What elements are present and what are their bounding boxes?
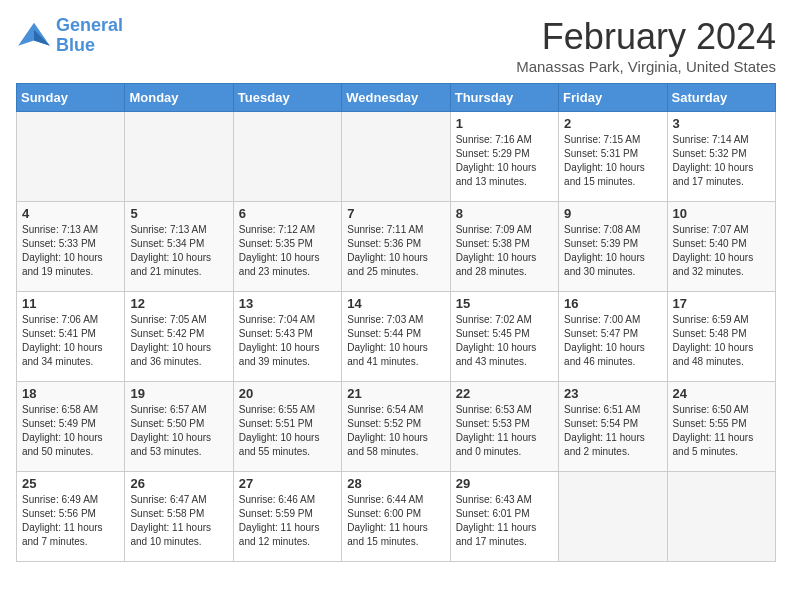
calendar-cell: 2Sunrise: 7:15 AM Sunset: 5:31 PM Daylig…: [559, 112, 667, 202]
day-number: 23: [564, 386, 661, 401]
calendar-cell: 29Sunrise: 6:43 AM Sunset: 6:01 PM Dayli…: [450, 472, 558, 562]
day-info: Sunrise: 7:02 AM Sunset: 5:45 PM Dayligh…: [456, 313, 553, 369]
calendar-cell: 21Sunrise: 6:54 AM Sunset: 5:52 PM Dayli…: [342, 382, 450, 472]
day-info: Sunrise: 6:47 AM Sunset: 5:58 PM Dayligh…: [130, 493, 227, 549]
calendar-cell: 24Sunrise: 6:50 AM Sunset: 5:55 PM Dayli…: [667, 382, 775, 472]
day-number: 8: [456, 206, 553, 221]
month-title: February 2024: [516, 16, 776, 58]
header-tuesday: Tuesday: [233, 84, 341, 112]
calendar-cell: 10Sunrise: 7:07 AM Sunset: 5:40 PM Dayli…: [667, 202, 775, 292]
week-row-3: 11Sunrise: 7:06 AM Sunset: 5:41 PM Dayli…: [17, 292, 776, 382]
day-info: Sunrise: 6:44 AM Sunset: 6:00 PM Dayligh…: [347, 493, 444, 549]
day-info: Sunrise: 7:05 AM Sunset: 5:42 PM Dayligh…: [130, 313, 227, 369]
day-info: Sunrise: 6:59 AM Sunset: 5:48 PM Dayligh…: [673, 313, 770, 369]
day-info: Sunrise: 7:16 AM Sunset: 5:29 PM Dayligh…: [456, 133, 553, 189]
calendar-cell: 1Sunrise: 7:16 AM Sunset: 5:29 PM Daylig…: [450, 112, 558, 202]
day-number: 26: [130, 476, 227, 491]
day-number: 15: [456, 296, 553, 311]
calendar-cell: 23Sunrise: 6:51 AM Sunset: 5:54 PM Dayli…: [559, 382, 667, 472]
logo: General Blue: [16, 16, 123, 56]
calendar-cell: [125, 112, 233, 202]
day-info: Sunrise: 6:50 AM Sunset: 5:55 PM Dayligh…: [673, 403, 770, 459]
calendar-cell: 28Sunrise: 6:44 AM Sunset: 6:00 PM Dayli…: [342, 472, 450, 562]
day-info: Sunrise: 6:54 AM Sunset: 5:52 PM Dayligh…: [347, 403, 444, 459]
header-sunday: Sunday: [17, 84, 125, 112]
logo-text: General Blue: [56, 16, 123, 56]
day-info: Sunrise: 6:49 AM Sunset: 5:56 PM Dayligh…: [22, 493, 119, 549]
calendar-cell: 4Sunrise: 7:13 AM Sunset: 5:33 PM Daylig…: [17, 202, 125, 292]
header-wednesday: Wednesday: [342, 84, 450, 112]
day-info: Sunrise: 6:46 AM Sunset: 5:59 PM Dayligh…: [239, 493, 336, 549]
logo-icon: [16, 21, 52, 51]
day-number: 25: [22, 476, 119, 491]
day-info: Sunrise: 6:43 AM Sunset: 6:01 PM Dayligh…: [456, 493, 553, 549]
header-friday: Friday: [559, 84, 667, 112]
day-info: Sunrise: 6:57 AM Sunset: 5:50 PM Dayligh…: [130, 403, 227, 459]
day-number: 7: [347, 206, 444, 221]
calendar-cell: 17Sunrise: 6:59 AM Sunset: 5:48 PM Dayli…: [667, 292, 775, 382]
calendar-cell: 15Sunrise: 7:02 AM Sunset: 5:45 PM Dayli…: [450, 292, 558, 382]
day-number: 2: [564, 116, 661, 131]
calendar-cell: 3Sunrise: 7:14 AM Sunset: 5:32 PM Daylig…: [667, 112, 775, 202]
header-saturday: Saturday: [667, 84, 775, 112]
day-number: 20: [239, 386, 336, 401]
day-number: 17: [673, 296, 770, 311]
header-monday: Monday: [125, 84, 233, 112]
day-info: Sunrise: 7:14 AM Sunset: 5:32 PM Dayligh…: [673, 133, 770, 189]
calendar-cell: 18Sunrise: 6:58 AM Sunset: 5:49 PM Dayli…: [17, 382, 125, 472]
day-info: Sunrise: 7:06 AM Sunset: 5:41 PM Dayligh…: [22, 313, 119, 369]
day-info: Sunrise: 6:55 AM Sunset: 5:51 PM Dayligh…: [239, 403, 336, 459]
page-header: General Blue February 2024 Manassas Park…: [16, 16, 776, 75]
header-thursday: Thursday: [450, 84, 558, 112]
day-info: Sunrise: 7:12 AM Sunset: 5:35 PM Dayligh…: [239, 223, 336, 279]
day-info: Sunrise: 7:00 AM Sunset: 5:47 PM Dayligh…: [564, 313, 661, 369]
day-number: 5: [130, 206, 227, 221]
calendar-cell: 20Sunrise: 6:55 AM Sunset: 5:51 PM Dayli…: [233, 382, 341, 472]
calendar-cell: 11Sunrise: 7:06 AM Sunset: 5:41 PM Dayli…: [17, 292, 125, 382]
day-info: Sunrise: 7:04 AM Sunset: 5:43 PM Dayligh…: [239, 313, 336, 369]
day-number: 18: [22, 386, 119, 401]
location: Manassas Park, Virginia, United States: [516, 58, 776, 75]
day-number: 12: [130, 296, 227, 311]
day-info: Sunrise: 7:09 AM Sunset: 5:38 PM Dayligh…: [456, 223, 553, 279]
day-info: Sunrise: 7:11 AM Sunset: 5:36 PM Dayligh…: [347, 223, 444, 279]
week-row-5: 25Sunrise: 6:49 AM Sunset: 5:56 PM Dayli…: [17, 472, 776, 562]
calendar-cell: [17, 112, 125, 202]
calendar-cell: 5Sunrise: 7:13 AM Sunset: 5:34 PM Daylig…: [125, 202, 233, 292]
calendar-cell: 7Sunrise: 7:11 AM Sunset: 5:36 PM Daylig…: [342, 202, 450, 292]
day-number: 28: [347, 476, 444, 491]
calendar-cell: [559, 472, 667, 562]
calendar-cell: 9Sunrise: 7:08 AM Sunset: 5:39 PM Daylig…: [559, 202, 667, 292]
day-info: Sunrise: 7:03 AM Sunset: 5:44 PM Dayligh…: [347, 313, 444, 369]
week-row-1: 1Sunrise: 7:16 AM Sunset: 5:29 PM Daylig…: [17, 112, 776, 202]
day-number: 19: [130, 386, 227, 401]
calendar-header-row: SundayMondayTuesdayWednesdayThursdayFrid…: [17, 84, 776, 112]
calendar-cell: 22Sunrise: 6:53 AM Sunset: 5:53 PM Dayli…: [450, 382, 558, 472]
day-number: 3: [673, 116, 770, 131]
day-number: 1: [456, 116, 553, 131]
calendar-cell: 27Sunrise: 6:46 AM Sunset: 5:59 PM Dayli…: [233, 472, 341, 562]
week-row-4: 18Sunrise: 6:58 AM Sunset: 5:49 PM Dayli…: [17, 382, 776, 472]
calendar-cell: 13Sunrise: 7:04 AM Sunset: 5:43 PM Dayli…: [233, 292, 341, 382]
week-row-2: 4Sunrise: 7:13 AM Sunset: 5:33 PM Daylig…: [17, 202, 776, 292]
day-number: 29: [456, 476, 553, 491]
day-number: 14: [347, 296, 444, 311]
calendar-cell: 14Sunrise: 7:03 AM Sunset: 5:44 PM Dayli…: [342, 292, 450, 382]
day-number: 4: [22, 206, 119, 221]
day-info: Sunrise: 7:13 AM Sunset: 5:34 PM Dayligh…: [130, 223, 227, 279]
calendar-cell: 19Sunrise: 6:57 AM Sunset: 5:50 PM Dayli…: [125, 382, 233, 472]
calendar-cell: 26Sunrise: 6:47 AM Sunset: 5:58 PM Dayli…: [125, 472, 233, 562]
day-number: 21: [347, 386, 444, 401]
day-info: Sunrise: 7:08 AM Sunset: 5:39 PM Dayligh…: [564, 223, 661, 279]
day-info: Sunrise: 7:15 AM Sunset: 5:31 PM Dayligh…: [564, 133, 661, 189]
day-number: 27: [239, 476, 336, 491]
calendar-cell: 16Sunrise: 7:00 AM Sunset: 5:47 PM Dayli…: [559, 292, 667, 382]
day-info: Sunrise: 6:53 AM Sunset: 5:53 PM Dayligh…: [456, 403, 553, 459]
title-block: February 2024 Manassas Park, Virginia, U…: [516, 16, 776, 75]
day-number: 9: [564, 206, 661, 221]
day-number: 24: [673, 386, 770, 401]
day-info: Sunrise: 6:58 AM Sunset: 5:49 PM Dayligh…: [22, 403, 119, 459]
day-number: 13: [239, 296, 336, 311]
day-number: 10: [673, 206, 770, 221]
calendar-cell: [233, 112, 341, 202]
